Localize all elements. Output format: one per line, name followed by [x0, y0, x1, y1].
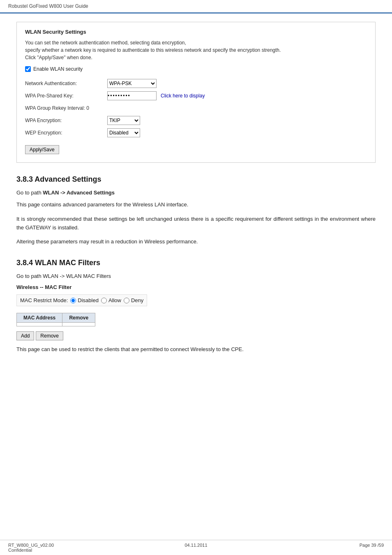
advanced-para3: Altering these parameters may result in …	[16, 238, 376, 246]
desc-line1: You can set the network authentication m…	[25, 40, 186, 46]
mac-restrict-row: MAC Restrict Mode: Disabled Allow Deny	[16, 294, 147, 306]
radio-allow[interactable]	[101, 298, 107, 303]
footer-right: Page 39 /59	[258, 543, 384, 548]
wlan-description: You can set the network authentication m…	[25, 39, 367, 61]
wep-enc-value: Disabled Enabled	[107, 128, 140, 137]
wep-enc-label: WEP Encryption:	[25, 130, 107, 136]
mac-restrict-label: MAC Restrict Mode:	[20, 297, 68, 303]
wep-enc-select[interactable]: Disabled Enabled	[107, 128, 140, 137]
footer-bar: RT_W800_UG_v02.00 Confidential 04.11.201…	[0, 540, 392, 555]
show-password-link[interactable]: Click here to display	[161, 93, 205, 99]
wpa-rekey-label: WPA Group Rekey Interval: 0	[25, 105, 107, 111]
main-content: WLAN Security Settings You can set the n…	[0, 14, 392, 384]
advanced-path-bold: WLAN -> Advanced Settings	[43, 190, 115, 196]
wpa-enc-row: WPA Encryption: TKIP AES TKIP+AES	[25, 116, 367, 125]
mac-cell	[17, 323, 62, 326]
network-auth-select[interactable]: WPA-PSK WPA2-PSK WPA WPA2 None	[107, 79, 157, 88]
wpa-enc-select[interactable]: TKIP AES TKIP+AES	[107, 116, 140, 125]
mac-path-text: Go to path WLAN -> WLAN MAC Filters	[16, 273, 376, 279]
desc-line2: specify whether a network key is require…	[25, 47, 281, 53]
footer-left: RT_W800_UG_v02.00 Confidential	[8, 543, 134, 553]
enable-wlan-checkbox[interactable]	[25, 66, 31, 72]
wep-enc-row: WEP Encryption: Disabled Enabled	[25, 128, 367, 138]
advanced-path-prefix: Go to path	[16, 190, 43, 196]
wpa-psk-value: Click here to display	[107, 91, 205, 100]
network-auth-row: Network Authentication: WPA-PSK WPA2-PSK…	[25, 79, 367, 88]
wireless-mac-title: Wireless -- MAC Filter	[16, 284, 376, 290]
radio-deny-text: Deny	[131, 297, 143, 303]
mac-address-table: MAC Address Remove	[16, 313, 95, 326]
wpa-enc-value: TKIP AES TKIP+AES	[107, 116, 140, 125]
radio-disabled-text: Disabled	[78, 297, 99, 303]
advanced-path-text: Go to path WLAN -> Advanced Settings	[16, 190, 376, 196]
radio-disabled-label[interactable]: Disabled	[70, 297, 99, 303]
advanced-para1: This page contains advanced parameters f…	[16, 201, 376, 209]
footer-center: 04.11.2011	[134, 543, 259, 548]
radio-allow-label[interactable]: Allow	[101, 297, 121, 303]
desc-line3: Click "Apply/Save" when done.	[25, 55, 92, 60]
wpa-rekey-row: WPA Group Rekey Interval: 0	[25, 103, 367, 113]
add-button[interactable]: Add	[16, 331, 34, 340]
wpa-psk-input[interactable]	[107, 91, 157, 100]
radio-disabled[interactable]	[70, 298, 76, 303]
footer-confidential: Confidential	[8, 548, 134, 553]
remove-button[interactable]: Remove	[36, 331, 63, 340]
advanced-settings-section: 3.8.3 Advanced Settings Go to path WLAN …	[16, 175, 376, 246]
wlan-security-section: WLAN Security Settings You can set the n…	[16, 22, 376, 163]
apply-save-button[interactable]: Apply/Save	[25, 145, 59, 154]
enable-wlan-label: Enable WLAN security	[33, 66, 83, 72]
table-row-empty	[17, 323, 95, 326]
wpa-enc-label: WPA Encryption:	[25, 118, 107, 123]
radio-allow-text: Allow	[108, 297, 121, 303]
radio-deny-label[interactable]: Deny	[124, 297, 143, 303]
wlan-form-table: Network Authentication: WPA-PSK WPA2-PSK…	[25, 79, 367, 138]
network-auth-label: Network Authentication:	[25, 81, 107, 86]
col-mac-address: MAC Address	[17, 313, 62, 323]
mac-filters-section: 3.8.4 WLAN MAC Filters Go to path WLAN -…	[16, 259, 376, 354]
action-buttons: Add Remove	[16, 331, 376, 340]
wpa-psk-label: WPA Pre-Shared Key:	[25, 93, 107, 99]
enable-wlan-row: Enable WLAN security	[25, 66, 367, 72]
col-remove: Remove	[62, 313, 95, 323]
wpa-psk-row: WPA Pre-Shared Key: Click here to displa…	[25, 91, 367, 101]
footer-date: 04.11.2011	[184, 543, 207, 548]
footer-version: RT_W800_UG_v02.00	[8, 543, 134, 548]
advanced-settings-heading: 3.8.3 Advanced Settings	[16, 175, 376, 184]
radio-deny[interactable]	[124, 298, 129, 303]
header-title: Robustel GoFixed W800 User Guide	[8, 3, 88, 9]
mac-footer-text: This page can be used to restrict the cl…	[16, 345, 376, 354]
header-bar: Robustel GoFixed W800 User Guide	[0, 0, 392, 14]
wlan-security-title: WLAN Security Settings	[25, 29, 367, 35]
footer-page: Page 39 /59	[360, 543, 384, 548]
mac-filters-heading: 3.8.4 WLAN MAC Filters	[16, 259, 376, 267]
advanced-para2: It is strongly recommended that these se…	[16, 215, 376, 232]
network-auth-value: WPA-PSK WPA2-PSK WPA WPA2 None	[107, 79, 157, 88]
remove-cell	[62, 323, 95, 326]
